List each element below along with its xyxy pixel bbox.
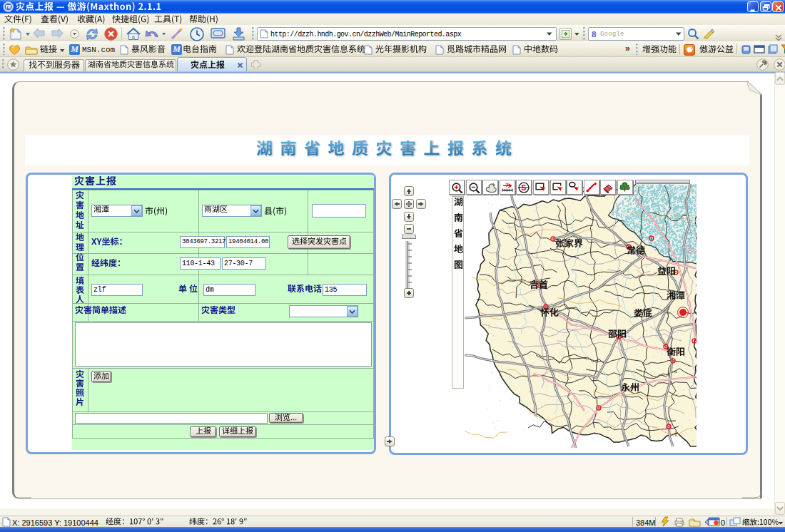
svg-text:?: ?	[505, 183, 509, 189]
svg-text:S: S	[522, 183, 527, 192]
